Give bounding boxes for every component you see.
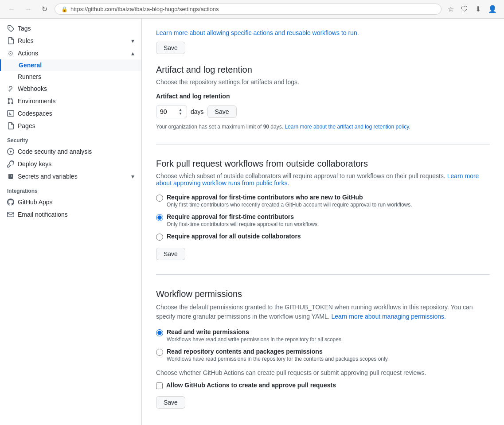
retention-note-prefix: Your organization has set a maximum limi…	[156, 124, 263, 130]
actions-icon: ⊙	[7, 50, 14, 57]
url-bar: 🔒 https://github.com/tbalza/tbalza-blog-…	[55, 4, 441, 15]
days-input-field[interactable]	[160, 108, 178, 115]
pages-icon	[7, 122, 14, 129]
workflow-choose-note: Choose whether GitHub Actions can create…	[156, 369, 490, 376]
deploy-keys-icon	[7, 160, 14, 168]
workflow-radio-2-label: Read repository contents and packages pe…	[167, 348, 389, 362]
github-apps-icon	[7, 199, 14, 206]
back-button[interactable]: ←	[5, 4, 18, 14]
secrets-label: Secrets and variables	[18, 173, 78, 180]
fork-radio-group: Require approval for first-time contribu…	[156, 194, 490, 241]
fork-option-1: Require approval for first-time contribu…	[156, 194, 490, 208]
workflow-option-2-title: Read repository contents and packages pe…	[167, 348, 323, 355]
workflow-learn-more-link[interactable]: Learn more about managing permissions.	[332, 313, 446, 320]
sidebar-item-secrets[interactable]: Secrets and variables ▾	[0, 170, 141, 183]
days-input-group: ▲ ▼ days Save	[156, 105, 490, 118]
runners-label: Runners	[18, 73, 41, 80]
workflow-radio-1-label: Read and write permissions Workflows hav…	[167, 328, 343, 343]
fork-option-2-title: Require approval for first-time contribu…	[167, 213, 294, 220]
sidebar-item-webhooks[interactable]: Webhooks	[0, 82, 141, 95]
artifact-desc: Choose the repository settings for artif…	[156, 78, 490, 86]
actions-chevron-icon: ▴	[131, 50, 134, 57]
sidebar-item-tags[interactable]: Tags	[0, 22, 141, 35]
days-spinner[interactable]: ▲ ▼	[179, 108, 182, 116]
sidebar-item-environments[interactable]: Environments	[0, 95, 141, 107]
main-content: Learn more about allowing specific actio…	[142, 19, 504, 425]
integrations-section-label: Integrations	[0, 183, 141, 196]
sidebar-item-code-security[interactable]: Code security and analysis	[0, 145, 141, 158]
sidebar: Tags Rules ▾ ⊙ Actions ▴ General Runners…	[0, 19, 142, 425]
email-notifications-label: Email notifications	[18, 211, 68, 218]
actions-label: Actions	[18, 50, 38, 57]
workflow-checkbox-option: Allow GitHub Actions to create and appro…	[156, 382, 490, 389]
fork-option-3-title: Require approval for all outside collabo…	[167, 233, 301, 240]
email-icon	[7, 211, 14, 218]
deploy-keys-label: Deploy keys	[18, 160, 51, 168]
sidebar-sub-item-general[interactable]: General	[0, 59, 141, 71]
sidebar-item-codespaces[interactable]: Codespaces	[0, 107, 141, 120]
workflow-option-1-title: Read and write permissions	[167, 328, 249, 335]
tags-label: Tags	[18, 25, 31, 32]
top-save-button[interactable]: Save	[156, 42, 185, 54]
browser-action-buttons: ☆ 🛡 ⬇ 👤	[446, 4, 499, 14]
secrets-chevron-icon: ▾	[131, 173, 134, 180]
artifact-section: Artifact and log retention Choose the re…	[156, 65, 490, 144]
sidebar-item-actions[interactable]: ⊙ Actions ▴	[0, 47, 141, 59]
download-button[interactable]: ⬇	[473, 4, 483, 14]
retention-note-days: 90	[263, 124, 269, 130]
fork-radio-2-label: Require approval for first-time contribu…	[167, 213, 319, 227]
days-label: days	[191, 108, 204, 115]
rules-chevron-icon: ▾	[131, 37, 134, 44]
fork-radio-2[interactable]	[156, 214, 163, 221]
rules-label: Rules	[18, 37, 34, 44]
sidebar-item-deploy-keys[interactable]: Deploy keys	[0, 158, 141, 170]
fork-option-1-title: Require approval for first-time contribu…	[167, 194, 363, 201]
sidebar-item-rules[interactable]: Rules ▾	[0, 35, 141, 47]
fork-section: Fork pull request workflows from outside…	[156, 159, 490, 275]
artifact-save-button[interactable]: Save	[207, 105, 237, 118]
fork-radio-1[interactable]	[156, 195, 163, 202]
profile-button[interactable]: 👤	[486, 4, 499, 14]
retention-note: Your organization has set a maximum limi…	[156, 124, 490, 130]
pages-label: Pages	[18, 122, 35, 129]
artifact-sub-title: Artifact and log retention	[156, 93, 490, 100]
sidebar-item-email-notifications[interactable]: Email notifications	[0, 208, 141, 221]
learn-more-actions-link[interactable]: Learn more about allowing specific actio…	[156, 29, 359, 36]
workflow-radio-2[interactable]	[156, 349, 163, 356]
security-icon: 🔒	[61, 6, 68, 12]
fork-option-2-desc: Only first-time contributors will requir…	[167, 221, 319, 227]
environments-icon	[7, 97, 14, 105]
codespaces-icon	[7, 110, 14, 117]
bookmark-button[interactable]: ☆	[446, 4, 456, 14]
code-security-icon	[7, 148, 14, 155]
shield-button[interactable]: 🛡	[459, 4, 470, 14]
fork-option-2: Require approval for first-time contribu…	[156, 213, 490, 227]
artifact-title: Artifact and log retention	[156, 65, 490, 75]
reload-button[interactable]: ↻	[39, 4, 50, 14]
tag-icon	[7, 25, 14, 32]
webhooks-icon	[7, 85, 14, 92]
security-section-label: Security	[0, 132, 141, 145]
codespaces-label: Codespaces	[18, 110, 52, 117]
fork-radio-3[interactable]	[156, 234, 163, 241]
fork-desc-text: Choose which subset of outside collabora…	[156, 172, 447, 179]
sidebar-item-pages[interactable]: Pages	[0, 120, 141, 132]
fork-title: Fork pull request workflows from outside…	[156, 159, 490, 169]
top-save-area: Learn more about allowing specific actio…	[156, 29, 490, 54]
sidebar-sub-item-runners[interactable]: Runners	[0, 71, 141, 82]
fork-save-button[interactable]: Save	[156, 248, 185, 260]
rules-icon	[7, 37, 14, 44]
workflow-radio-1[interactable]	[156, 329, 163, 336]
workflow-radio-group: Read and write permissions Workflows hav…	[156, 328, 490, 362]
workflow-section: Workflow permissions Choose the default …	[156, 289, 490, 423]
environments-label: Environments	[18, 97, 56, 105]
workflow-save-button[interactable]: Save	[156, 396, 185, 409]
allow-pr-checkbox[interactable]	[156, 382, 163, 389]
forward-button[interactable]: →	[22, 4, 35, 14]
code-security-label: Code security and analysis	[18, 148, 92, 155]
secrets-icon	[7, 173, 14, 180]
url-text: https://github.com/tbalza/tbalza-blog-hu…	[70, 6, 219, 12]
workflow-title: Workflow permissions	[156, 289, 490, 299]
retention-learn-more-link[interactable]: Learn more about the artifact and log re…	[285, 124, 410, 130]
sidebar-item-github-apps[interactable]: GitHub Apps	[0, 196, 141, 208]
